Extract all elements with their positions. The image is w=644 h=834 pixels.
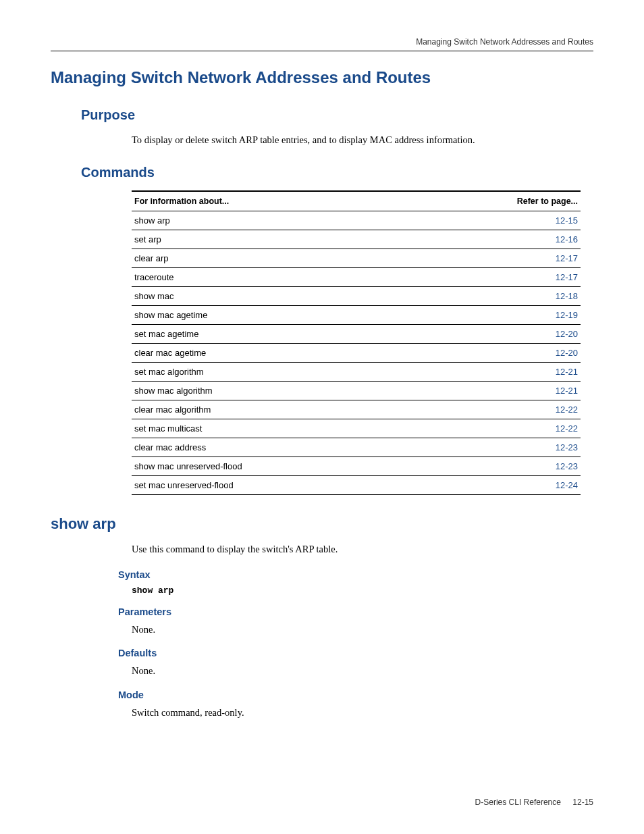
page-reference-link[interactable]: 12-18 [556,291,578,301]
table-row: set mac agetime12-20 [132,324,581,343]
page-reference-link[interactable]: 12-19 [556,310,578,320]
command-name-cell: clear mac algorithm [132,400,414,419]
command-name-cell: set mac algorithm [132,362,414,381]
table-row: set arp12-16 [132,230,581,249]
page-footer: D-Series CLI Reference 12-15 [475,798,593,807]
page-reference-link[interactable]: 12-22 [556,405,578,415]
table-row: traceroute12-17 [132,267,581,286]
page-reference-link[interactable]: 12-17 [556,253,578,263]
show-arp-description: Use this command to display the switch's… [132,542,593,557]
running-title: Managing Switch Network Addresses and Ro… [416,37,593,47]
command-name-cell: set arp [132,230,414,249]
mode-heading: Mode [118,689,593,700]
page-reference-link[interactable]: 12-23 [556,442,578,452]
command-page-cell: 12-22 [414,419,581,438]
purpose-text: To display or delete switch ARP table en… [132,133,593,148]
page-reference-link[interactable]: 12-23 [556,461,578,471]
command-name-cell: show mac unreserved-flood [132,457,414,475]
table-row: show mac agetime12-19 [132,305,581,324]
footer-page: 12-15 [572,798,593,807]
show-arp-heading: show arp [51,515,593,533]
command-page-cell: 12-18 [414,286,581,305]
parameters-heading: Parameters [118,606,593,617]
table-row: show arp12-15 [132,211,581,230]
command-page-cell: 12-17 [414,267,581,286]
table-row: show mac12-18 [132,286,581,305]
footer-doc: D-Series CLI Reference [475,798,561,807]
commands-heading: Commands [81,165,593,180]
page-reference-link[interactable]: 12-17 [556,272,578,282]
command-name-cell: set mac agetime [132,324,414,343]
command-name-cell: show mac agetime [132,305,414,324]
command-page-cell: 12-20 [414,343,581,362]
command-page-cell: 12-22 [414,400,581,419]
syntax-heading: Syntax [118,569,593,580]
table-row: clear mac address12-23 [132,438,581,457]
page-reference-link[interactable]: 12-22 [556,423,578,434]
page-header: Managing Switch Network Addresses and Ro… [51,37,593,51]
command-name-cell: clear mac address [132,438,414,457]
table-row: set mac algorithm12-21 [132,362,581,381]
table-row: set mac unreserved-flood12-24 [132,475,581,494]
command-page-cell: 12-20 [414,324,581,343]
purpose-heading: Purpose [81,107,593,123]
command-page-cell: 12-21 [414,381,581,400]
defaults-heading: Defaults [118,648,593,658]
page-reference-link[interactable]: 12-21 [556,367,578,377]
page-title: Managing Switch Network Addresses and Ro… [51,68,593,87]
table-row: clear mac agetime12-20 [132,343,581,362]
command-page-cell: 12-21 [414,362,581,381]
command-name-cell: set mac multicast [132,419,414,438]
command-page-cell: 12-15 [414,211,581,230]
syntax-code: show arp [132,585,593,596]
command-name-cell: set mac unreserved-flood [132,475,414,494]
command-page-cell: 12-23 [414,438,581,457]
mode-text: Switch command, read-only. [132,706,593,721]
page-reference-link[interactable]: 12-21 [556,386,578,396]
page-reference-link[interactable]: 12-15 [556,215,578,226]
table-row: show mac unreserved-flood12-23 [132,457,581,475]
command-name-cell: show arp [132,211,414,230]
command-page-cell: 12-16 [414,230,581,249]
table-row: show mac algorithm12-21 [132,381,581,400]
command-name-cell: clear mac agetime [132,343,414,362]
commands-table: For information about... Refer to page..… [132,190,581,495]
command-name-cell: traceroute [132,267,414,286]
command-page-cell: 12-23 [414,457,581,475]
page-reference-link[interactable]: 12-24 [556,480,578,490]
command-name-cell: show mac algorithm [132,381,414,400]
page-reference-link[interactable]: 12-20 [556,348,578,358]
table-row: clear arp12-17 [132,249,581,267]
defaults-text: None. [132,664,593,679]
table-row: set mac multicast12-22 [132,419,581,438]
command-name-cell: show mac [132,286,414,305]
page-reference-link[interactable]: 12-16 [556,234,578,244]
parameters-text: None. [132,623,593,637]
table-header-page: Refer to page... [414,191,581,211]
command-name-cell: clear arp [132,249,414,267]
table-header-info: For information about... [132,191,414,211]
command-page-cell: 12-17 [414,249,581,267]
command-page-cell: 12-19 [414,305,581,324]
command-page-cell: 12-24 [414,475,581,494]
table-row: clear mac algorithm12-22 [132,400,581,419]
page-reference-link[interactable]: 12-20 [556,329,578,339]
